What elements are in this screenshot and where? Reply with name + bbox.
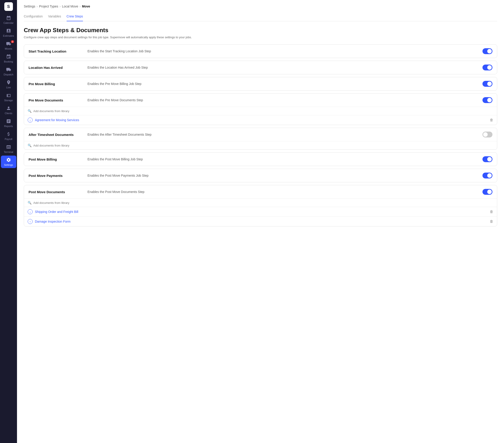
sidebar-item-storage[interactable]: Storage <box>1 91 16 103</box>
sidebar-item-payroll[interactable]: Payroll <box>1 130 16 142</box>
step-card-start-tracking: Start Tracking LocationEnables the Start… <box>24 44 497 58</box>
step-row: Post Move BillingEnables the Post Move B… <box>24 153 497 166</box>
breadcrumb-item: Move <box>82 4 90 8</box>
doc-name[interactable]: Damage Inspection Form <box>35 220 487 223</box>
step-description: Enables the After Timesheet Documents St… <box>88 133 483 136</box>
live-icon <box>6 80 11 86</box>
tab-variables[interactable]: Variables <box>48 13 61 21</box>
step-toggle[interactable] <box>483 132 492 137</box>
sidebar: S Calendar Estimates Moves 1 Booking Dis… <box>0 0 17 443</box>
doc-item: ↓Shipping Order and Freight Bill🗑 <box>24 207 497 217</box>
sidebar-item-live[interactable]: Live <box>1 78 16 91</box>
step-toggle[interactable] <box>483 156 492 162</box>
tab-crew-steps[interactable]: Crew Steps <box>67 13 83 21</box>
step-title: Post Move Billing <box>29 157 88 161</box>
sidebar-item-label: Dispatch <box>4 73 13 76</box>
step-row: After Timesheet DocumentsEnables the Aft… <box>24 128 497 141</box>
tabs: ConfigurationVariablesCrew Steps <box>24 13 497 21</box>
sidebar-item-calendar[interactable]: Calendar <box>1 14 16 26</box>
step-card-pre-move-documents: Pre Move DocumentsEnables the Pre Move D… <box>24 93 497 125</box>
step-title: After Timesheet Documents <box>29 133 88 136</box>
doc-drag-button[interactable]: ↓ <box>28 209 33 214</box>
reports-icon <box>6 119 11 125</box>
breadcrumb: Settings›Project Types›Local Move›Move <box>24 4 497 8</box>
step-row: Post Move PaymentsEnables the Post Move … <box>24 169 497 182</box>
step-title: Start Tracking Location <box>29 49 88 53</box>
sidebar-item-reports[interactable]: Reports <box>1 117 16 129</box>
tab-configuration[interactable]: Configuration <box>24 13 43 21</box>
doc-name[interactable]: Shipping Order and Freight Bill <box>35 210 487 214</box>
dispatch-icon <box>6 67 11 73</box>
step-card-post-move-documents: Post Move DocumentsEnables the Post Move… <box>24 185 497 226</box>
step-row: Location Has ArrivedEnables the Location… <box>24 61 497 74</box>
step-row: Post Move DocumentsEnables the Post Move… <box>24 185 497 198</box>
sidebar-item-label: Moves <box>5 47 12 50</box>
step-toggle[interactable] <box>483 48 492 54</box>
sidebar-item-booking[interactable]: Booking <box>1 52 16 65</box>
sidebar-item-moves[interactable]: Moves 1 <box>1 39 16 52</box>
step-card-after-timesheet: After Timesheet DocumentsEnables the Aft… <box>24 128 497 150</box>
step-row: Pre Move BillingEnables the Pre Move Bil… <box>24 77 497 90</box>
main-content: Settings›Project Types›Local Move›Move C… <box>17 0 504 443</box>
steps-container: Start Tracking LocationEnables the Start… <box>24 44 497 226</box>
step-description: Enables the Pre Move Billing Job Step <box>88 82 483 85</box>
settings-icon <box>6 157 11 164</box>
booking-icon <box>6 54 11 60</box>
doc-search-row: 🔍 <box>24 198 497 207</box>
sidebar-item-label: Live <box>6 86 11 89</box>
doc-search-input[interactable] <box>33 109 493 113</box>
step-title: Location Has Arrived <box>29 66 88 69</box>
step-description: Enables the Post Move Documents Step <box>88 190 483 194</box>
breadcrumb-item[interactable]: Project Types <box>39 4 58 8</box>
breadcrumb-separator: › <box>60 4 61 8</box>
moves-icon <box>6 41 11 47</box>
sidebar-item-settings[interactable]: Settings <box>1 156 16 168</box>
doc-delete-button[interactable]: 🗑 <box>490 220 493 223</box>
sidebar-item-label: Terminal <box>4 151 13 153</box>
step-description: Enables the Post Move Payments Job Step <box>88 174 483 177</box>
breadcrumb-separator: › <box>37 4 38 8</box>
step-description: Enables the Pre Move Documents Step <box>88 98 483 102</box>
page-title: Crew App Steps & Documents <box>24 27 497 34</box>
sidebar-item-dispatch[interactable]: Dispatch <box>1 65 16 78</box>
doc-search-input[interactable] <box>33 201 493 204</box>
step-toggle[interactable] <box>483 81 492 87</box>
calendar-icon <box>6 16 11 21</box>
breadcrumb-separator: › <box>80 4 81 8</box>
doc-delete-button[interactable]: 🗑 <box>490 118 493 122</box>
step-description: Enables the Start Tracking Location Job … <box>88 49 483 53</box>
doc-search-input[interactable] <box>33 144 493 147</box>
search-icon: 🔍 <box>28 201 32 204</box>
doc-search-row: 🔍 <box>24 141 497 150</box>
sidebar-item-label: Payroll <box>5 138 13 140</box>
doc-drag-button[interactable]: ↑ <box>28 219 33 224</box>
step-toggle[interactable] <box>483 172 492 178</box>
doc-drag-button[interactable]: ↓ <box>28 118 33 122</box>
sidebar-item-label: Booking <box>4 60 13 63</box>
search-icon: 🔍 <box>28 109 32 113</box>
step-toggle[interactable] <box>483 65 492 70</box>
sidebar-badge: 1 <box>11 40 14 43</box>
doc-name[interactable]: Agreement for Moving Services <box>35 118 487 122</box>
step-title: Pre Move Documents <box>29 98 88 102</box>
doc-item: ↑Damage Inspection Form🗑 <box>24 217 497 226</box>
sidebar-item-label: Storage <box>4 99 13 102</box>
estimates-icon <box>6 28 11 34</box>
doc-delete-button[interactable]: 🗑 <box>490 210 493 214</box>
search-icon: 🔍 <box>28 144 32 147</box>
breadcrumb-item[interactable]: Local Move <box>62 4 78 8</box>
breadcrumb-item[interactable]: Settings <box>24 4 35 8</box>
step-row: Start Tracking LocationEnables the Start… <box>24 45 497 58</box>
doc-search-row: 🔍 <box>24 107 497 115</box>
step-description: Enables the Location Has Arrived Job Ste… <box>88 66 483 69</box>
sidebar-item-estimates[interactable]: Estimates <box>1 27 16 39</box>
clients-icon <box>6 106 11 112</box>
sidebar-item-terminal[interactable]: Terminal <box>1 143 16 155</box>
step-toggle[interactable] <box>483 97 492 103</box>
step-row: Pre Move DocumentsEnables the Pre Move D… <box>24 94 497 107</box>
storage-icon <box>6 93 11 99</box>
step-toggle[interactable] <box>483 189 492 195</box>
sidebar-item-label: Calendar <box>3 21 14 24</box>
sidebar-item-clients[interactable]: Clients <box>1 104 16 116</box>
step-card-pre-move-billing: Pre Move BillingEnables the Pre Move Bil… <box>24 77 497 91</box>
